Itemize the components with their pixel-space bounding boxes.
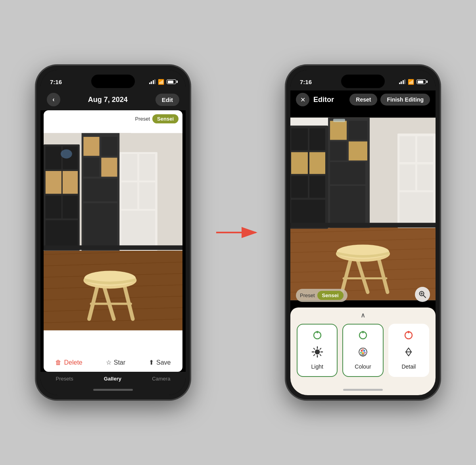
svg-rect-25 <box>121 211 155 249</box>
save-button[interactable]: ⬆ Save <box>149 359 171 366</box>
star-button[interactable]: ☆ Star <box>106 359 125 366</box>
date-label: Aug 7, 2024 <box>88 96 128 104</box>
svg-marker-109 <box>406 348 411 352</box>
star-icon: ☆ <box>106 359 111 366</box>
panel-handle: ∧ <box>297 311 429 319</box>
trash-icon: 🗑 <box>55 359 61 366</box>
svg-rect-74 <box>290 223 436 228</box>
detail-power-icon <box>404 331 413 342</box>
tool-detail[interactable]: Detail <box>388 324 429 377</box>
home-bar-2 <box>343 389 383 391</box>
svg-rect-66 <box>330 186 365 228</box>
preset-badge-1: Preset Sensei <box>135 114 179 123</box>
red-arrow <box>214 225 262 240</box>
svg-rect-30 <box>101 158 117 177</box>
edit-tools: Light <box>297 324 429 380</box>
phone-2: 7:16 📶 ✕ Editor Reset <box>286 65 440 400</box>
svg-rect-23 <box>121 183 137 209</box>
svg-rect-55 <box>291 152 308 174</box>
svg-rect-32 <box>83 203 117 249</box>
time-2: 7:16 <box>300 79 312 85</box>
colour-tool-icon <box>357 346 369 359</box>
svg-rect-22 <box>139 154 155 181</box>
edit-button[interactable]: Edit <box>155 94 179 106</box>
share-icon: ⬆ <box>149 359 154 366</box>
star-label: Star <box>114 359 125 366</box>
svg-rect-53 <box>291 129 308 150</box>
svg-rect-57 <box>291 176 308 198</box>
svg-marker-110 <box>406 352 411 356</box>
save-label: Save <box>156 359 171 366</box>
svg-rect-58 <box>309 176 325 198</box>
status-icons-2: 📶 <box>399 79 426 85</box>
light-tool-icon <box>311 346 323 359</box>
close-button[interactable]: ✕ <box>296 93 309 106</box>
svg-rect-14 <box>46 171 61 194</box>
sensei-badge-1[interactable]: Sensei <box>152 114 178 123</box>
svg-rect-21 <box>121 154 137 181</box>
signal-icon-1 <box>149 79 156 84</box>
tool-light[interactable]: Light <box>297 324 338 377</box>
main-scene: 7:16 📶 ‹ Aug 7, 2024 Edit <box>0 0 476 465</box>
svg-rect-27 <box>83 137 99 156</box>
dynamic-island-2 <box>341 75 385 88</box>
svg-line-92 <box>313 348 315 350</box>
reset-button[interactable]: Reset <box>349 94 377 106</box>
home-indicator-1 <box>40 384 186 395</box>
svg-rect-106 <box>362 354 364 357</box>
edit-panel: ∧ <box>290 307 436 384</box>
svg-rect-31 <box>83 179 117 201</box>
editor-photo: Preset Sensei <box>290 110 436 307</box>
svg-point-100 <box>363 350 365 352</box>
colour-power-icon <box>359 331 367 342</box>
svg-rect-71 <box>417 165 433 190</box>
battery-icon-1 <box>167 79 176 84</box>
editor-nav: ✕ Editor Reset Finish Editing <box>290 90 436 110</box>
svg-rect-15 <box>63 171 78 194</box>
preset-text-1: Preset <box>135 116 150 122</box>
chevron-up-icon: ∧ <box>361 311 365 319</box>
light-label: Light <box>311 363 323 370</box>
tab-gallery[interactable]: Gallery <box>104 376 121 382</box>
svg-line-95 <box>313 354 315 355</box>
finish-editing-button[interactable]: Finish Editing <box>380 94 430 106</box>
editor-nav-left: ✕ Editor <box>296 93 334 106</box>
svg-rect-24 <box>139 183 155 209</box>
svg-point-103 <box>364 352 366 354</box>
tool-colour[interactable]: Colour <box>342 324 383 377</box>
time-1: 7:16 <box>50 79 62 85</box>
svg-line-93 <box>320 354 321 355</box>
nav-bar-1: ‹ Aug 7, 2024 Edit <box>40 90 186 110</box>
tab-presets[interactable]: Presets <box>56 376 73 382</box>
tab-camera[interactable]: Camera <box>152 376 170 382</box>
svg-rect-56 <box>309 152 325 174</box>
tab-bar-1: Presets Gallery Camera <box>40 372 186 384</box>
wifi-icon-2: 📶 <box>408 79 414 85</box>
svg-point-102 <box>360 352 362 354</box>
delete-button[interactable]: 🗑 Delete <box>55 359 82 366</box>
photo-container-1: Preset Sensei <box>44 110 182 353</box>
zoom-button[interactable] <box>415 287 430 302</box>
editor-title: Editor <box>313 96 334 104</box>
wifi-icon-1: 📶 <box>158 79 164 85</box>
editor-nav-right: Reset Finish Editing <box>349 94 430 106</box>
svg-line-94 <box>320 348 321 350</box>
svg-point-19 <box>61 149 72 158</box>
svg-rect-64 <box>349 142 367 161</box>
svg-rect-63 <box>330 142 347 161</box>
svg-point-104 <box>362 348 364 350</box>
back-button[interactable]: ‹ <box>47 93 60 106</box>
home-bar-1 <box>93 389 133 391</box>
svg-rect-18 <box>46 220 78 249</box>
preset-badge-2: Preset Sensei <box>296 289 347 302</box>
light-power-icon <box>313 331 322 342</box>
editor-overlay: Preset Sensei <box>296 289 347 302</box>
svg-rect-17 <box>63 196 78 218</box>
svg-rect-65 <box>330 162 365 184</box>
zoom-icon <box>418 290 426 298</box>
svg-rect-73 <box>333 119 345 122</box>
sensei-badge-2[interactable]: Sensei <box>317 291 344 300</box>
svg-rect-28 <box>101 137 117 156</box>
svg-rect-61 <box>330 121 347 140</box>
svg-rect-12 <box>46 146 61 169</box>
